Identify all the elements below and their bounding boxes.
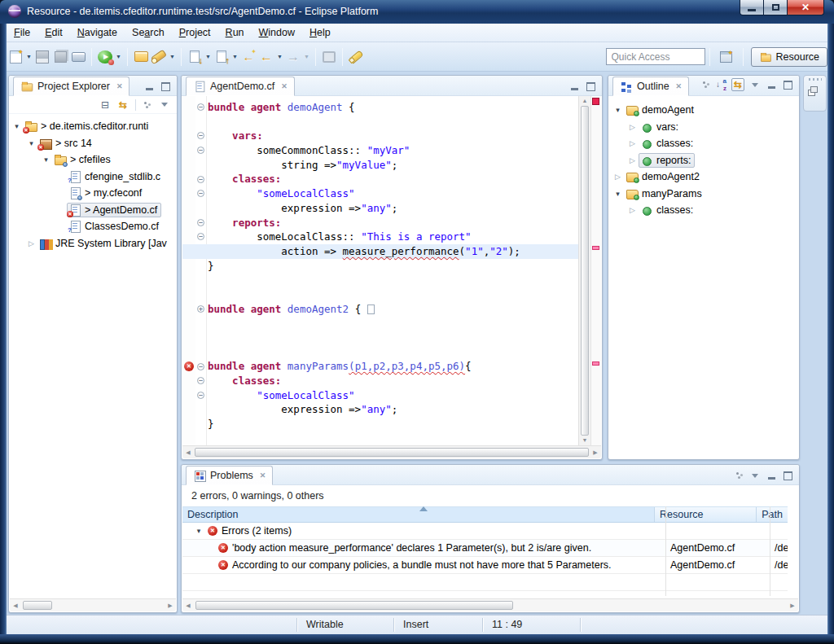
run-icon[interactable] <box>96 48 114 66</box>
menu-item-navigate[interactable]: Navigate <box>70 25 125 41</box>
maximize-view-icon[interactable] <box>782 80 793 90</box>
code-line[interactable]: action => measure_performance("1","2"); <box>182 244 579 259</box>
pin-editor-icon[interactable] <box>320 48 338 66</box>
restore-view-icon[interactable] <box>810 86 818 93</box>
menu-item-edit[interactable]: Edit <box>37 25 70 41</box>
tree-item-jre-system-library-jav[interactable]: ▷JRE System Library [Jav <box>11 235 175 252</box>
close-tab-icon[interactable]: ✕ <box>260 471 266 480</box>
maximize-view-icon[interactable] <box>782 471 793 480</box>
code-line[interactable]: someCommonClass:: "myVar" <box>208 143 577 158</box>
folding-ruler[interactable]: −−−−−−−+−−− <box>195 96 207 445</box>
dropdown-arrow-icon[interactable]: ▼ <box>114 48 123 66</box>
menu-item-run[interactable]: Run <box>218 25 252 41</box>
expander-closed-icon[interactable]: ▷ <box>626 123 639 131</box>
code-line[interactable]: bundle agent demoAgent2 { <box>208 302 577 317</box>
maximize-editor-icon[interactable] <box>585 81 596 91</box>
problems-hscrollbar[interactable]: ◀▶ <box>182 598 798 611</box>
close-tab-icon[interactable]: ✕ <box>281 82 288 90</box>
minimize-view-icon[interactable] <box>766 80 777 90</box>
close-window-button[interactable]: ✕ <box>787 0 824 15</box>
search-icon[interactable] <box>150 48 168 66</box>
code-line[interactable]: classes: <box>208 374 577 388</box>
dropdown-arrow-icon[interactable]: ▼ <box>275 48 284 66</box>
close-tab-icon[interactable]: ✕ <box>116 82 123 90</box>
minimize-view-icon[interactable] <box>143 81 155 91</box>
code-editor[interactable]: ✕✕ −−−−−−−+−−− bundle agent demoAgent { … <box>182 96 601 445</box>
column-path[interactable]: Path <box>756 507 788 522</box>
code-line[interactable]: bundle agent demoAgent { <box>208 100 577 115</box>
minimize-window-button[interactable] <box>740 0 764 15</box>
tree-item-classesdemo-cf[interactable]: ?ClassesDemo.cf <box>11 218 175 235</box>
chevron-down-icon[interactable] <box>749 471 761 480</box>
print-icon[interactable] <box>69 48 87 66</box>
next-annotation-icon[interactable] <box>186 48 204 66</box>
code-line[interactable] <box>208 273 577 287</box>
save-icon[interactable] <box>33 48 51 66</box>
code-line[interactable] <box>208 331 577 345</box>
close-tab-icon[interactable]: ✕ <box>676 82 683 90</box>
expander-open-icon[interactable]: ▾ <box>40 156 52 164</box>
code-line[interactable]: expression =>"any"; <box>208 402 577 417</box>
problems-table-header[interactable]: Description Resource Path <box>182 506 788 523</box>
code-line[interactable] <box>208 345 577 360</box>
tab-project-explorer[interactable]: Project Explorer ✕ <box>13 77 129 96</box>
expander-open-icon[interactable]: ▾ <box>612 106 624 114</box>
overview-error-mark[interactable] <box>592 361 599 366</box>
code-line[interactable]: someLocalClass:: "This is a report" <box>208 230 577 244</box>
fold-collapse-icon[interactable]: − <box>197 363 204 370</box>
code-line[interactable]: vars: <box>208 129 577 143</box>
collapsed-region-icon[interactable] <box>367 304 375 314</box>
tab-outline[interactable]: Outline ✕ <box>612 77 689 96</box>
view-menu-icon[interactable] <box>735 471 744 480</box>
code-line[interactable]: } <box>208 259 577 274</box>
trim-stack[interactable] <box>803 75 827 112</box>
expander-closed-icon[interactable]: ▷ <box>25 239 37 248</box>
fold-collapse-icon[interactable]: − <box>197 219 204 226</box>
fold-collapse-icon[interactable]: − <box>197 190 204 197</box>
open-folder-icon[interactable] <box>132 48 150 66</box>
problem-row[interactable]: ✕According to our company policies, a bu… <box>182 557 788 574</box>
code-line[interactable]: string =>"myValue"; <box>208 158 577 173</box>
fold-collapse-icon[interactable]: − <box>197 233 204 240</box>
sort-icon[interactable] <box>716 80 726 90</box>
editor-vscrollbar[interactable]: ▲▼ <box>578 96 590 445</box>
code-line[interactable]: "someLocalClass" <box>208 186 577 201</box>
tree-item-manyparams[interactable]: ▾manyParams <box>612 186 797 203</box>
minimize-editor-icon[interactable] <box>568 81 580 91</box>
fold-collapse-icon[interactable]: − <box>197 176 204 183</box>
code-line[interactable]: "someLocalClass" <box>208 388 577 403</box>
menu-item-project[interactable]: Project <box>172 25 218 41</box>
fold-collapse-icon[interactable]: − <box>197 103 204 111</box>
code-line[interactable]: reports: <box>208 216 577 230</box>
overview-ruler[interactable] <box>590 96 601 445</box>
tab-problems[interactable]: Problems ✕ <box>186 466 273 485</box>
dropdown-arrow-icon[interactable]: ▼ <box>168 48 177 66</box>
code-text[interactable]: bundle agent demoAgent { vars: someCommo… <box>208 96 577 445</box>
overview-error-mark[interactable] <box>592 246 599 250</box>
previous-annotation-icon[interactable] <box>213 48 230 66</box>
code-line[interactable]: } <box>208 417 577 432</box>
fold-collapse-icon[interactable]: − <box>197 392 204 399</box>
menu-item-file[interactable]: File <box>7 25 37 41</box>
annotation-ruler[interactable]: ✕✕ <box>182 96 195 445</box>
expander-open-icon[interactable]: ▾ <box>25 139 37 147</box>
tree-item-demoagent[interactable]: ▾demoAgent <box>612 102 797 119</box>
forward-icon[interactable] <box>284 48 302 66</box>
link-with-editor-icon[interactable]: ⇆ <box>117 100 129 110</box>
code-line[interactable]: bundle agent manyParams(p1,p2,p3,p4,p5,p… <box>208 359 577 374</box>
resource-perspective-button[interactable]: Resource <box>751 47 828 67</box>
error-marker-icon[interactable]: ✕ <box>184 361 194 371</box>
column-description[interactable]: Description <box>182 507 654 522</box>
tree-item-reports[interactable]: ▷reports: <box>612 152 797 169</box>
code-line[interactable]: expression =>"any"; <box>208 201 577 216</box>
expander-open-icon[interactable]: ▾ <box>194 527 204 535</box>
maximize-window-button[interactable] <box>764 0 787 15</box>
minimize-view-icon[interactable] <box>766 471 777 480</box>
drag-handle[interactable] <box>809 78 822 81</box>
expander-open-icon[interactable]: ▾ <box>612 190 624 198</box>
view-menu-icon[interactable] <box>701 81 711 89</box>
highlight-icon[interactable] <box>347 48 365 66</box>
collapse-all-icon[interactable] <box>99 100 111 110</box>
menu-item-search[interactable]: Search <box>125 25 172 41</box>
quick-access-input[interactable] <box>606 48 705 65</box>
